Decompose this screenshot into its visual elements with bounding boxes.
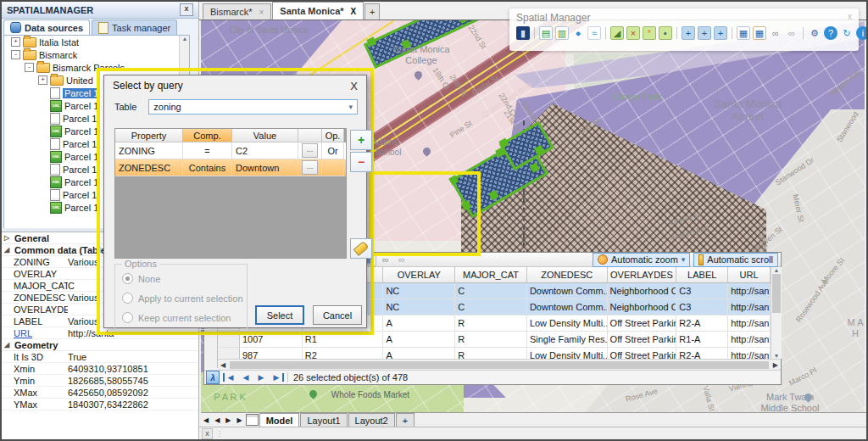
export-file-icon[interactable]: ▥ [555,26,569,40]
drawing-tab-santa-monica-[interactable]: Santa Monica*X [272,2,364,20]
table-cell[interactable]: Downtown Comm... [527,283,608,299]
scrollbar-thumb[interactable] [230,361,769,369]
last-layout-icon[interactable]: ▶ [234,416,244,424]
column-header-MAJOR_CAT[interactable]: MAJOR_CAT [455,267,527,282]
map-save-icon[interactable]: ▪ [659,26,672,40]
next-layout-icon[interactable]: ▶ [223,416,233,424]
select-button[interactable]: Select [255,305,304,325]
tree-item[interactable]: +Italia Istat [4,36,189,48]
scroll-right-icon[interactable]: ▶ [771,361,781,369]
drag-grip-icon[interactable]: ⋮ [216,430,224,438]
table-cell[interactable]: C3 [676,283,728,299]
option-radio-keep-current-selection[interactable]: Keep current selection [122,312,247,323]
layout-tab-layout2[interactable]: Layout2 [348,413,395,427]
map-settings-icon[interactable]: * [643,26,656,40]
table-cell[interactable]: R [455,315,527,331]
radio-icon[interactable] [122,293,133,304]
option-radio-none[interactable]: None [122,273,247,284]
table-cell[interactable]: C3 [676,299,728,315]
import-file-icon[interactable]: ▤ [539,26,553,40]
table-cell[interactable]: R [455,348,527,359]
table-cell[interactable]: R [455,332,527,347]
table-cell[interactable]: Low Density Multi... [527,315,608,331]
browse-values-button[interactable]: ... [302,160,318,175]
condition-value[interactable]: C2 [232,142,298,159]
query-condition-row[interactable]: ZONING=C2...Or [115,142,346,159]
table-cell[interactable]: Off Street Parking [608,348,677,359]
table-cell[interactable]: Single Family Res... [527,332,608,347]
prev-layout-icon[interactable]: ◀ [212,416,222,424]
automatic-zoom-button[interactable]: Automatic zoom ▾ [593,253,690,267]
condition-property[interactable]: ZONEDESC [115,159,183,176]
help-icon[interactable]: ? [824,26,837,40]
condition-comparison[interactable]: Contains [183,159,232,176]
panel-toggle-icon[interactable]: ▮ [516,26,530,40]
table-cell[interactable]: http://santa [728,332,771,347]
cancel-button[interactable]: Cancel [313,305,362,325]
new-drawing-tab[interactable]: + [364,3,380,20]
query-grid-header-Property[interactable]: Property [115,129,183,142]
property-row[interactable]: Ymin1826685,58055745 [2,375,198,387]
tab-close-icon[interactable]: X [351,7,357,16]
tree-item[interactable]: -Bismarck [4,48,189,61]
table-cell[interactable]: A [383,348,455,359]
table-cell[interactable]: http://santa [728,283,771,299]
table-cell[interactable]: R2-A [676,315,728,331]
table-vertical-scrollbar[interactable]: ▲ ▼ [771,267,782,359]
floating-toolbar-close-icon[interactable]: x [848,12,852,24]
table-cell[interactable]: C [455,299,527,315]
query-grid-header-Op.[interactable]: Op. [322,129,344,142]
zoom-window-icon[interactable]: + [698,26,711,40]
table-cell[interactable]: R2-A [676,348,728,359]
drawing-tab-bismarck-[interactable]: Bismarck*× [203,3,271,20]
map-new-icon[interactable]: ◢ [610,26,624,40]
table-cell[interactable]: Off Street Parking [608,332,677,347]
table-edit-icon[interactable]: ▦ [753,26,766,40]
column-header-URL[interactable]: URL [728,267,771,282]
dialog-title-bar[interactable]: Select by query X [104,75,366,96]
data-table-icon[interactable]: ▦ [737,26,750,40]
table-cell[interactable]: R1-A [676,332,728,347]
option-radio-apply-to-current-selection[interactable]: Apply to current selection [122,293,247,304]
query-condition-row[interactable]: ZONEDESCContainsDowntown... [115,159,346,176]
table-cell[interactable]: A [383,332,455,347]
query-grid-header-Value[interactable]: Value [232,129,298,142]
close-icon[interactable]: x [202,428,213,439]
table-cell[interactable]: http://santa [728,315,771,331]
panel-tab-data-sources[interactable]: Data sources [3,20,90,35]
next-record-button[interactable]: ▶ [255,373,267,382]
remove-condition-button[interactable]: − [350,152,372,172]
scroll-down-icon[interactable]: ▼ [771,353,782,359]
add-condition-button[interactable]: + [350,130,372,150]
tab-close-icon[interactable]: × [259,8,264,17]
column-header-ZONEDESC[interactable]: ZONEDESC [527,267,608,282]
table-cell[interactable]: NC [383,283,455,299]
condition-operator[interactable]: Or [322,142,344,159]
collapsed-arrow-icon[interactable]: ▷ [4,234,11,242]
query-conditions-grid[interactable]: PropertyComp.ValueOp.ZONING=C2...OrZONED… [114,128,347,259]
first-record-button[interactable]: ◀ [223,373,236,382]
table-cell[interactable]: http://santa [728,348,771,359]
clear-conditions-button[interactable] [350,238,372,259]
chevron-down-icon[interactable]: ▾ [348,103,353,111]
table-cell[interactable]: NC [383,299,455,315]
expand-icon[interactable]: + [38,75,47,85]
layout-tab-layout1[interactable]: Layout1 [300,413,347,427]
condition-property[interactable]: ZONING [115,142,183,159]
radio-icon[interactable] [122,273,133,284]
scroll-up-icon[interactable]: ▲ [771,267,782,273]
property-row[interactable]: It Is 3DTrue [2,351,198,363]
table-cell[interactable]: Neighborhood Co... [608,283,677,299]
expand-icon[interactable]: + [11,37,20,47]
layout-tab-model[interactable]: Model [259,413,300,427]
row-header-cell[interactable] [218,348,240,359]
table-cell[interactable]: Off Street Parking [608,315,677,331]
table-horizontal-scrollbar[interactable]: ◀ ▶ [218,359,781,371]
tools-icon[interactable]: ⚙ [808,26,821,40]
info-icon[interactable]: i [856,26,868,40]
browse-values-button[interactable]: ... [302,143,318,158]
first-layout-icon[interactable]: ◀ [201,416,211,424]
table-cell[interactable]: 987 [240,348,303,359]
table-cell[interactable]: Low Density Multi... [527,348,608,359]
condition-comparison[interactable]: = [183,142,232,159]
